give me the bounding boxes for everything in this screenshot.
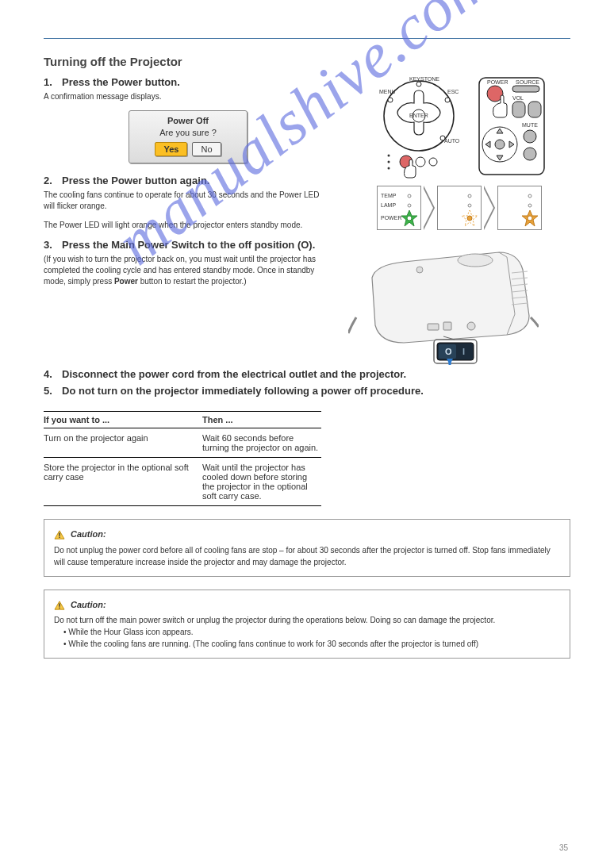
caution2-line1: Do not turn off the main power switch or… — [54, 614, 560, 626]
step3-num: 3. — [44, 239, 59, 251]
menu-label: MENU — [379, 89, 396, 94]
table-row2-right: Wait until the projector has cooled down… — [202, 463, 321, 501]
svg-point-28 — [467, 216, 472, 221]
step4-title: Disconnect the power cord from the elect… — [62, 368, 406, 380]
step2-num: 2. — [44, 175, 59, 186]
caution1-text: Do not unplug the power cord before all … — [54, 544, 560, 568]
svg-point-40 — [416, 267, 423, 273]
caution2-head: Caution: — [71, 600, 106, 609]
power-label: POWER — [487, 79, 508, 85]
caution-box-2: Caution: Do not turn off the main power … — [44, 590, 570, 659]
enter-label: ENTER — [409, 113, 428, 118]
svg-text:I: I — [462, 347, 465, 356]
table-header-left: If you want to ... — [44, 415, 202, 424]
step2-title: Press the Power button again. — [62, 175, 209, 186]
caution1-head: Caution: — [71, 529, 106, 539]
svg-point-3 — [445, 98, 450, 102]
led-sequence-illustration: TEMP LAMP POWER — [348, 186, 570, 230]
svg-point-20 — [524, 148, 536, 160]
caution-box-1: Caution: Do not unplug the power cord be… — [44, 519, 570, 577]
svg-point-4 — [388, 98, 393, 102]
svg-rect-56 — [59, 603, 59, 606]
dialog-yes-button[interactable]: Yes — [155, 142, 187, 156]
svg-point-10 — [416, 157, 425, 167]
svg-point-18 — [495, 140, 505, 149]
svg-rect-57 — [59, 607, 59, 608]
svg-point-6 — [388, 155, 390, 157]
led-temp-label: TEMP — [381, 193, 397, 198]
svg-point-21 — [408, 194, 411, 198]
table-row1-left: Turn on the projector again — [44, 433, 202, 452]
remote-illustration: POWER SOURCE VOL MUTE — [476, 76, 547, 181]
svg-point-39 — [458, 254, 493, 267]
led-lamp-label: LAMP — [381, 202, 396, 208]
led-power-label: POWER — [381, 215, 401, 221]
step3-body: (If you wish to turn the projector back … — [44, 254, 332, 287]
svg-point-25 — [468, 194, 471, 198]
svg-rect-54 — [59, 537, 59, 538]
svg-point-19 — [524, 130, 536, 143]
svg-rect-14 — [512, 86, 539, 92]
svg-text:O: O — [445, 347, 452, 356]
vol-label: VOL — [512, 95, 524, 101]
step3-title: Press the Main Power Switch to the off p… — [62, 239, 315, 251]
svg-rect-42 — [443, 322, 451, 330]
svg-point-22 — [408, 204, 411, 207]
keystone-label: KEYSTONE — [409, 76, 439, 82]
svg-rect-53 — [59, 533, 59, 536]
auto-label: AUTO — [444, 138, 460, 144]
step4-num: 4. — [44, 368, 59, 380]
step2-body-a: The cooling fans continue to operate for… — [44, 190, 332, 212]
projector-illustration: O I — [348, 238, 539, 365]
svg-point-2 — [416, 82, 421, 86]
warning-icon — [54, 601, 65, 610]
section-heading: Turning off the Projector — [44, 55, 570, 68]
step1-body: A confirmation message displays. — [44, 91, 332, 102]
dialog-title: Power Off — [134, 116, 242, 125]
table-header-right: Then ... — [202, 415, 321, 424]
svg-point-29 — [528, 194, 531, 198]
svg-point-7 — [388, 161, 390, 163]
caution2-bullet2: • While the cooling fans are running. (T… — [63, 638, 560, 650]
step1-title: Press the Power button. — [62, 76, 180, 88]
table-row1-right: Wait 60 seconds before turning the proje… — [202, 433, 321, 452]
svg-point-11 — [429, 158, 437, 166]
step3-body-b: Power — [114, 277, 138, 286]
step2-body-b: The Power LED will light orange when the… — [44, 220, 332, 231]
svg-point-8 — [388, 167, 390, 170]
step5-num: 5. — [44, 385, 59, 397]
source-label: SOURCE — [516, 79, 539, 85]
svg-point-24 — [407, 216, 412, 221]
table-row2-left: Store the projector in the optional soft… — [44, 463, 202, 501]
step1-num: 1. — [44, 76, 59, 88]
svg-rect-16 — [528, 102, 541, 117]
esc-label: ESC — [447, 89, 459, 94]
dialog-no-button[interactable]: No — [192, 142, 221, 156]
page-number: 35 — [559, 843, 568, 852]
dialog-subtitle: Are you sure ? — [134, 128, 242, 137]
svg-rect-41 — [428, 324, 439, 330]
step3-body-c: button to restart the projector.) — [140, 277, 247, 286]
svg-rect-43 — [467, 322, 475, 330]
poweroff-dialog: Power Off Are you sure ? Yes No — [129, 110, 248, 163]
step5-title: Do not turn on the projector immediately… — [62, 385, 424, 397]
mute-label: MUTE — [522, 122, 538, 128]
control-pad-illustration: KEYSTONE ESC MENU ENTER AUTO — [371, 76, 466, 181]
caution2-bullet1: • While the Hour Glass icon appears. — [63, 626, 560, 638]
svg-point-32 — [528, 216, 532, 221]
svg-point-30 — [528, 204, 531, 207]
svg-point-26 — [468, 204, 471, 207]
svg-rect-15 — [512, 102, 525, 117]
warning-icon — [54, 530, 65, 540]
